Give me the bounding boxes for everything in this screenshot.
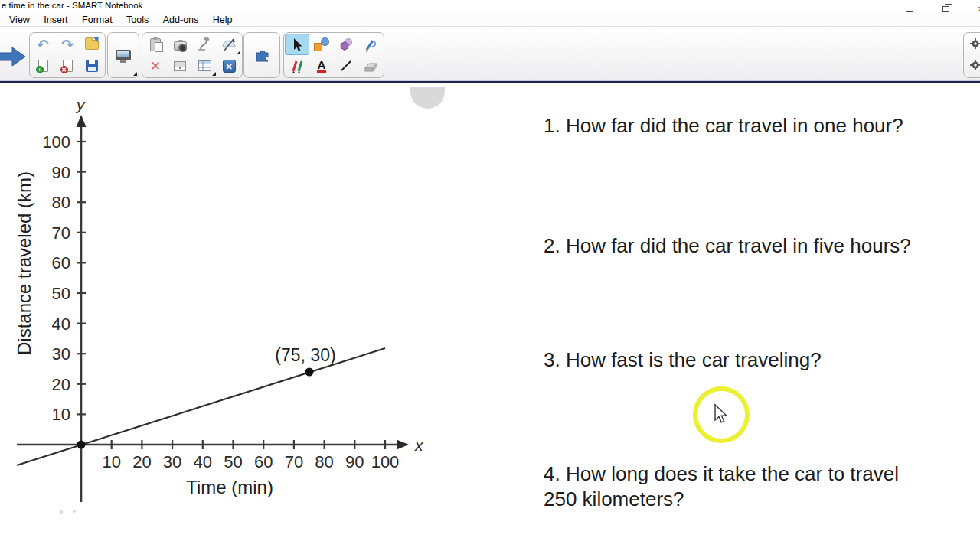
toolbar-settings-group [963,32,980,78]
display-modes-button[interactable] [109,34,138,77]
screen-shade-icon [174,61,186,71]
svg-text:70: 70 [285,452,303,471]
lines-tool[interactable] [334,55,358,77]
delete-button[interactable]: ✕ [143,55,168,77]
toolbar-settings-bottom-button[interactable] [965,54,980,75]
question-3[interactable]: 3. How fast is the car traveling? [544,347,963,373]
paste-button[interactable] [143,34,168,55]
axis-ticks: 1020304050607080901001020304050607080901… [42,132,399,471]
redo-button[interactable]: ↷ [55,34,80,55]
new-page-button[interactable]: + [31,55,55,77]
delete-page-icon: ✕ [63,60,73,72]
svg-text:50: 50 [52,284,70,303]
x-axis-title: Time (min) [186,477,273,497]
faded-mark [60,510,63,514]
file-group: ↶ + ↷ ✕ [29,32,106,78]
y-axis-letter: y [75,96,86,113]
tools-group: A [283,32,384,78]
line-icon [338,58,354,73]
menu-help[interactable]: Help [207,14,238,26]
hide-x-icon: ✕ [223,60,236,73]
mouse-cursor-icon [714,403,730,426]
camera-icon [174,41,187,51]
window-title: e time in the car - SMART Notebook [2,1,142,10]
pens-icon [289,58,305,73]
svg-text:40: 40 [52,315,70,334]
menu-view[interactable]: View [4,14,35,26]
svg-text:100: 100 [42,132,70,152]
next-page-icon [0,47,25,66]
measurement-tools-button[interactable] [217,34,241,55]
polygons-icon [338,37,354,52]
gear-icon [969,37,980,50]
hide-button[interactable]: ✕ [217,55,241,77]
save-button[interactable] [80,55,104,77]
notebook-page: y x (75, 30) Time (min) Distance travele… [0,83,980,551]
display-group [107,32,139,78]
svg-text:20: 20 [132,452,151,471]
puzzle-icon [253,47,271,64]
svg-text:20: 20 [52,375,70,394]
text-a-icon: A [317,59,327,73]
undo-button[interactable]: ↶ [31,34,55,55]
maximize-button[interactable] [936,2,956,11]
clipboard-group: ✕ ✕ [142,32,243,78]
y-axis-title: Distance traveled (km) [14,171,34,355]
select-arrow-icon [289,37,305,52]
next-page-button[interactable] [0,46,28,67]
dropdown-arrow-icon [133,72,137,76]
eraser-icon [363,58,379,73]
magic-pen-tool[interactable] [358,34,383,55]
menu-format[interactable]: Format [77,14,118,26]
magic-pen-icon [363,37,378,52]
shapes-icon [314,37,329,51]
dropdown-arrow-icon [237,51,240,54]
regular-polygons-tool[interactable] [334,34,358,55]
close-button[interactable]: ✕ [971,2,980,11]
origin-point [77,441,86,449]
question-1[interactable]: 1. How far did the car travel in one hou… [544,113,963,139]
paste-icon [150,38,161,51]
title-bar: e time in the car - SMART Notebook ✕ [0,0,980,12]
toolbar-settings-top-button[interactable] [965,34,980,54]
x-axis-arrow-icon [397,440,409,450]
menu-tools[interactable]: Tools [121,14,154,26]
svg-text:10: 10 [102,452,120,471]
svg-text:80: 80 [315,452,333,471]
menu-insert[interactable]: Insert [38,14,73,26]
delete-x-icon: ✕ [150,58,161,73]
document-camera-button[interactable] [192,34,217,55]
open-folder-icon [85,40,99,50]
distance-time-graph[interactable]: y x (75, 30) Time (min) Distance travele… [0,83,436,523]
dropdown-arrow-icon [212,72,216,76]
minimize-button[interactable] [900,2,920,11]
svg-text:60: 60 [52,253,70,272]
table-button[interactable] [192,55,217,77]
undo-icon: ↶ [37,36,49,53]
svg-text:10: 10 [52,405,70,424]
svg-text:70: 70 [52,223,70,243]
question-2[interactable]: 2. How far did the car travel in five ho… [544,233,963,259]
addons-button[interactable] [245,34,279,77]
display-icon [116,50,131,60]
measurement-tools-icon [221,37,237,52]
svg-text:30: 30 [163,452,181,471]
eraser-tool[interactable] [358,55,383,77]
svg-text:80: 80 [52,193,70,212]
open-button[interactable] [80,34,104,55]
menu-addons[interactable]: Add-ons [158,14,204,26]
question-4[interactable]: 4. How long does it take the car to trav… [544,461,963,512]
svg-text:30: 30 [52,344,70,364]
shapes-tool[interactable] [309,34,334,55]
screen-capture-button[interactable] [168,34,192,55]
pens-tool[interactable] [285,55,309,77]
y-axis-arrow-icon [77,115,87,127]
svg-text:90: 90 [52,163,70,182]
table-icon [198,60,211,71]
svg-text:40: 40 [194,452,212,471]
select-tool[interactable] [285,34,309,55]
screen-shade-button[interactable] [168,55,192,77]
svg-text:60: 60 [254,452,273,471]
delete-page-button[interactable]: ✕ [55,55,80,77]
text-tool[interactable]: A [309,55,334,77]
